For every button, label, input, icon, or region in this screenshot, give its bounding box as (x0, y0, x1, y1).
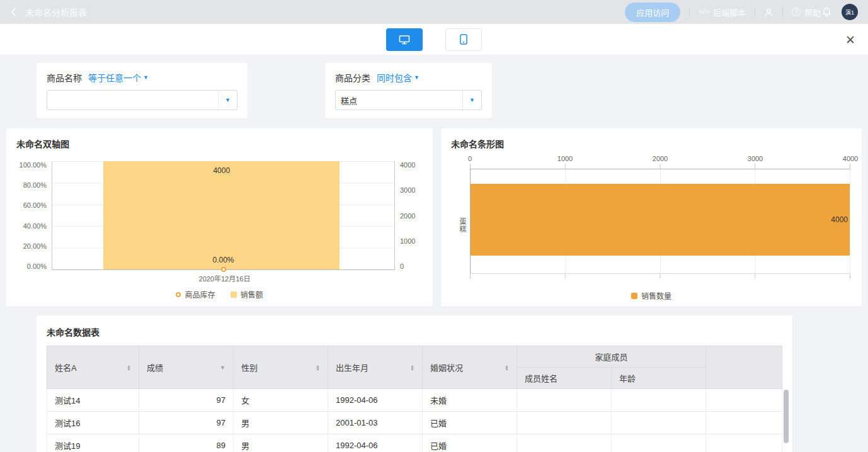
avatar[interactable]: 演1 (842, 4, 858, 20)
axis-tick: 3000 (400, 186, 415, 194)
report-title: 未命名分析报表 (25, 6, 87, 18)
axis-tick: 1000 (557, 155, 573, 162)
header-label: 性别 (241, 361, 258, 373)
axis-tick: 0 (400, 263, 404, 270)
column-header-empty (706, 346, 782, 389)
chevron-down-icon: ▼ (469, 97, 475, 103)
app-screen: 未命名分析报表 应用访问 </> 后端脚本 ? 帮助 演1 (0, 0, 868, 452)
plot-area: 4000 (470, 169, 850, 274)
axis-tick: 2000 (400, 212, 415, 220)
chart-legend: 商品库存 销售额 (6, 289, 433, 300)
line-point (221, 267, 226, 272)
horizontal-bar-chart-card: 未命名条形图 蛋糕 0 1000 2000 3000 4000 (441, 128, 862, 307)
table-cell: 男 (234, 412, 328, 434)
filters-row: 商品名称 等于任意一个 ▼ ▼ 商品分类 同时包含 ▼ (0, 55, 868, 118)
table-wrap: 姓名A ▲▼ 成绩 ▼ 性别 ▲▼ 出生年月 ▲ (47, 346, 782, 452)
axis-tick: 100.00% (20, 161, 47, 169)
filter-value-select[interactable]: ▼ (335, 90, 482, 110)
divider (689, 8, 690, 16)
table-row: 测试16 97 男 2001-01-03 已婚 (47, 412, 782, 434)
plot-area: 4000 0.00% (52, 161, 395, 270)
close-icon[interactable]: ✕ (845, 33, 855, 45)
header-label: 姓名A (55, 361, 77, 373)
table-cell: 男 (234, 434, 328, 452)
topbar-actions: 应用访问 </> 后端脚本 ? 帮助 演1 (625, 3, 858, 22)
topbar: 未命名分析报表 应用访问 </> 后端脚本 ? 帮助 演1 (0, 0, 868, 24)
table-cell (706, 389, 782, 412)
filter-value-select[interactable]: ▼ (47, 90, 237, 110)
filter-operator-label: 同时包含 (377, 71, 412, 84)
sort-icon: ▲▼ (316, 364, 320, 371)
user-button[interactable] (764, 8, 774, 17)
column-header-age[interactable]: 年龄 (612, 368, 706, 389)
table-scrollbar[interactable] (784, 390, 789, 443)
filter-operator-dropdown[interactable]: 同时包含 ▼ (377, 71, 420, 84)
right-y-axis: 4000 3000 2000 1000 0 (395, 161, 421, 270)
filter-dropdown-button[interactable]: ▼ (462, 91, 481, 110)
hbar-main: 0 1000 2000 3000 4000 4000 (470, 155, 850, 280)
mobile-view-button[interactable] (445, 28, 482, 51)
back-button[interactable] (10, 7, 16, 17)
header-label: 成绩 (147, 361, 163, 373)
back-chevron-icon (10, 7, 16, 17)
column-header-marriage[interactable]: 婚姻状况 ▲▼ (423, 346, 517, 389)
header-label: 婚姻状况 (430, 361, 463, 373)
dual-axis-chart-card: 未命名双轴图 100.00% 80.00% 60.00% 40.00% 20.0… (6, 128, 433, 307)
point-value-label: 0.00% (52, 256, 394, 264)
phone-icon (460, 34, 467, 45)
filter-head: 商品名称 等于任意一个 ▼ (47, 71, 237, 84)
monitor-icon (399, 35, 410, 45)
filter-dropdown-button[interactable]: ▼ (218, 91, 237, 110)
help-button[interactable]: ? 帮助 (792, 6, 821, 18)
column-header-name[interactable]: 姓名A ▲▼ (47, 346, 139, 389)
data-table: 姓名A ▲▼ 成绩 ▼ 性别 ▲▼ 出生年月 ▲ (47, 346, 782, 452)
table-cell: 已婚 (423, 434, 517, 452)
filter-value-input[interactable] (47, 91, 218, 110)
legend-label: 销售数量 (641, 290, 671, 301)
app-access-button[interactable]: 应用访问 (625, 3, 680, 22)
chart-legend: 销售数量 (441, 290, 862, 301)
bell-icon (822, 7, 831, 17)
chevron-down-icon: ▼ (414, 74, 420, 81)
chart-title: 未命名双轴图 (6, 128, 433, 154)
table-cell (612, 434, 706, 452)
table-cell: 2001-01-03 (328, 412, 423, 434)
table-cell (517, 412, 612, 434)
filter-icon: ▼ (220, 364, 226, 371)
column-header-score[interactable]: 成绩 ▼ (139, 346, 234, 389)
table-cell: 97 (139, 412, 234, 434)
table-cell (706, 412, 782, 434)
backend-script-button[interactable]: </> 后端脚本 (699, 6, 746, 18)
line-series-marker-icon (176, 292, 181, 297)
bar-value-label: 4000 (103, 166, 340, 175)
axis-ticks-bottom (470, 274, 850, 279)
filter-value-input[interactable] (336, 91, 462, 110)
table-cell: 未婚 (423, 389, 517, 412)
top-x-axis: 0 1000 2000 3000 4000 (470, 155, 850, 164)
table-cell (517, 389, 612, 412)
axis-ticks-top (470, 164, 850, 169)
table-cell: 测试16 (47, 412, 139, 434)
filter-card-product-name: 商品名称 等于任意一个 ▼ ▼ (37, 63, 248, 118)
filter-operator-dropdown[interactable]: 等于任意一个 ▼ (88, 71, 149, 84)
table-cell (612, 389, 706, 412)
axis-tick: 20.00% (23, 242, 47, 250)
sales-bar: 4000 (103, 161, 340, 269)
column-header-member-name[interactable]: 成员姓名 (517, 368, 612, 389)
desktop-view-button[interactable] (386, 28, 423, 51)
help-label: 帮助 (804, 6, 821, 18)
column-group-family: 家庭成员 (517, 346, 706, 368)
column-header-gender[interactable]: 性别 ▲▼ (234, 346, 328, 389)
table-cell: 已婚 (423, 412, 517, 434)
charts-row: 未命名双轴图 100.00% 80.00% 60.00% 40.00% 20.0… (0, 118, 868, 307)
column-header-birth[interactable]: 出生年月 ▲▼ (328, 346, 423, 389)
notifications-button[interactable] (822, 7, 831, 17)
chevron-down-icon: ▼ (143, 74, 149, 81)
table-cell: 女 (234, 389, 328, 412)
chart-title: 未命名条形图 (441, 128, 862, 154)
filter-operator-label: 等于任意一个 (88, 71, 141, 84)
sort-icon: ▲▼ (505, 364, 509, 371)
axis-tick: 0.00% (27, 263, 47, 270)
table-cell: 测试19 (47, 434, 139, 452)
dual-chart-area: 100.00% 80.00% 60.00% 40.00% 20.00% 0.00… (6, 154, 433, 270)
